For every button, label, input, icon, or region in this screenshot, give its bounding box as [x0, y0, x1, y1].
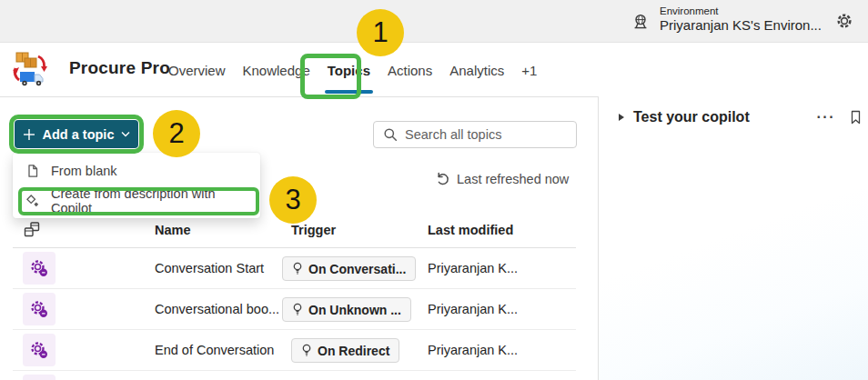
column-header-last-modified: Last modified: [428, 223, 513, 237]
environment-text: Environment Priyaranjan KS's Environ...: [660, 5, 822, 33]
active-tab-underline: [325, 90, 373, 94]
last-refreshed[interactable]: Last refreshed now: [436, 172, 569, 186]
environment-picker[interactable]: Environment Priyaranjan KS's Environ...: [631, 5, 822, 33]
trigger-chip: On Unknown ...: [282, 297, 411, 322]
test-copilot-panel: Test your copilot ···: [599, 43, 868, 380]
test-panel-title: Test your copilot: [633, 109, 750, 125]
table-row[interactable]: End of Conversation On Redirect Priyaran…: [13, 330, 576, 371]
tab-knowledge[interactable]: Knowledge: [241, 46, 312, 95]
procure-pro-logo-icon: [11, 50, 51, 90]
header-divider: [0, 96, 598, 97]
system-topic-icon: [23, 293, 56, 325]
lightbulb-icon: [292, 303, 303, 316]
plus-icon: [23, 128, 35, 141]
bookmark-icon[interactable]: [849, 110, 863, 125]
trigger-label: On Unknown ...: [308, 303, 401, 317]
annotation-step-2: 2: [153, 110, 200, 157]
tab-analytics[interactable]: Analytics: [448, 46, 506, 95]
column-header-trigger: Trigger: [291, 223, 336, 237]
add-topic-button[interactable]: Add a topic: [15, 120, 138, 148]
trigger-label: On Conversati...: [308, 262, 406, 276]
system-topic-icon: [23, 252, 56, 285]
chevron-down-icon: [121, 131, 130, 137]
search-input[interactable]: [405, 127, 575, 142]
copilot-sparkle-icon: [25, 194, 40, 208]
gear-icon[interactable]: [835, 12, 853, 30]
top-bar: Environment Priyaranjan KS's Environ...: [0, 0, 868, 43]
menu-item-create-with-copilot[interactable]: Create from description with Copilot: [13, 185, 260, 215]
refresh-icon: [436, 172, 450, 186]
trigger-chip: On Conversati...: [282, 256, 416, 281]
topic-name: End of Conversation: [155, 343, 274, 357]
tab-actions[interactable]: Actions: [386, 46, 434, 95]
test-panel-header: Test your copilot ···: [619, 109, 863, 125]
last-modified-by: Priyaranjan K...: [428, 302, 518, 316]
next-row-icon-partial: [23, 375, 56, 380]
trigger-chip: On Redirect: [291, 338, 399, 363]
environment-label: Environment: [660, 5, 822, 16]
environment-icon: [631, 13, 650, 31]
panel-more-icon[interactable]: ···: [817, 109, 835, 125]
menu-item-label: Create from description with Copilot: [51, 186, 247, 215]
table-row[interactable]: Conversational boo... On Unknown ... Pri…: [13, 289, 576, 330]
table-row[interactable]: Conversation Start On Conversati... Priy…: [13, 248, 576, 289]
blank-page-icon: [25, 164, 40, 178]
lightbulb-icon: [301, 344, 312, 357]
last-modified-by: Priyaranjan K...: [428, 261, 518, 275]
add-topic-label: Add a topic: [43, 127, 115, 142]
nav-tabs: Overview Knowledge Topics Actions Analyt…: [167, 43, 539, 97]
search-icon: [383, 127, 398, 142]
app-title: Procure Pro: [69, 58, 170, 78]
system-topic-icon: [23, 334, 56, 366]
caret-right-icon[interactable]: [619, 114, 624, 121]
copilot-studio-app: Environment Priyaranjan KS's Environ...: [0, 0, 868, 380]
annotation-step-3: 3: [269, 176, 317, 224]
tab-overview[interactable]: Overview: [167, 46, 227, 95]
menu-item-label: From blank: [51, 164, 117, 178]
topic-type-icon: [23, 220, 42, 239]
add-topic-dropdown: From blank Create from description with …: [13, 153, 260, 218]
last-refreshed-label: Last refreshed now: [457, 172, 569, 186]
lightbulb-icon: [292, 262, 303, 275]
last-modified-by: Priyaranjan K...: [428, 343, 518, 357]
tab-topics[interactable]: Topics: [326, 46, 372, 95]
topic-name: Conversation Start: [155, 261, 264, 275]
search-topics-box: [373, 121, 577, 148]
column-header-name: Name: [155, 223, 191, 237]
trigger-label: On Redirect: [318, 344, 389, 358]
topic-name: Conversational boo...: [155, 302, 279, 316]
tab-more-count[interactable]: +1: [520, 46, 539, 95]
menu-item-from-blank[interactable]: From blank: [13, 155, 260, 185]
environment-value: Priyaranjan KS's Environ...: [660, 17, 822, 33]
